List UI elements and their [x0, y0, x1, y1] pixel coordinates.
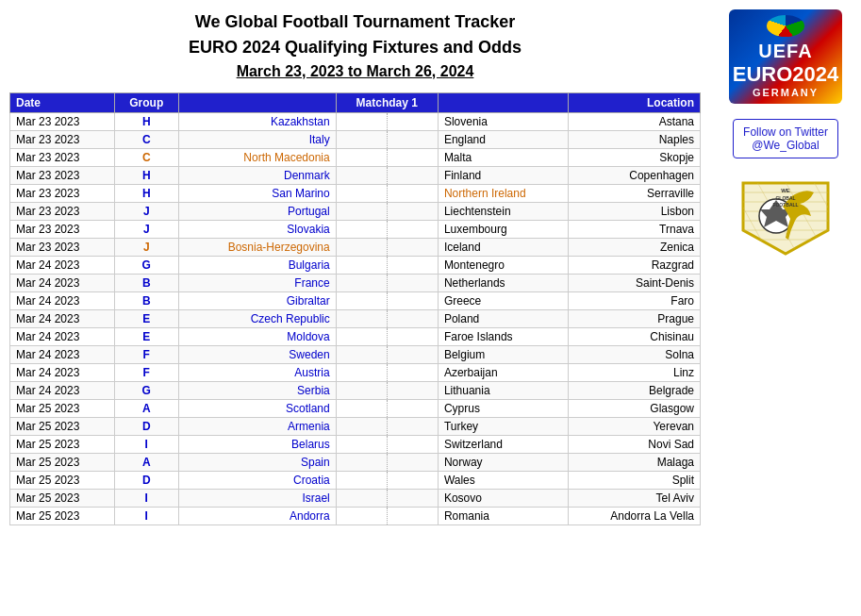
cell-date: Mar 25 2023 — [10, 490, 115, 508]
cell-score-right — [387, 292, 438, 310]
cell-away: Luxembourg — [438, 221, 568, 239]
cell-home: Gibraltar — [178, 292, 336, 310]
cell-away: Liechtenstein — [438, 203, 568, 221]
cell-group: C — [114, 131, 178, 149]
cell-date: Mar 24 2023 — [10, 328, 115, 346]
table-row: Mar 23 2023 H Kazakhstan Slovenia Astana — [10, 113, 701, 131]
twitter-handle: @We_Global — [752, 139, 819, 152]
cell-score-left — [336, 131, 387, 149]
cell-home: Denmark — [178, 167, 336, 185]
cell-group: C — [114, 149, 178, 167]
main-content: We Global Football Tournament Tracker EU… — [0, 0, 710, 616]
cell-away: England — [438, 131, 568, 149]
cell-home: Armenia — [178, 418, 336, 436]
cell-home: Portugal — [178, 203, 336, 221]
cell-home: Bosnia-Herzegovina — [178, 239, 336, 257]
cell-home: Moldova — [178, 328, 336, 346]
cell-score-right — [387, 436, 438, 454]
table-row: Mar 24 2023 F Austria Azerbaijan Linz — [10, 364, 701, 382]
cell-group: D — [114, 472, 178, 490]
cell-date: Mar 23 2023 — [10, 113, 115, 131]
twitter-box[interactable]: Follow on Twitter @We_Global — [733, 119, 838, 158]
cell-home: Croatia — [178, 472, 336, 490]
cell-away: Iceland — [438, 239, 568, 257]
cell-group: H — [114, 185, 178, 203]
cell-score-right — [387, 203, 438, 221]
twitter-link[interactable]: Follow on Twitter @We_Global — [743, 125, 828, 152]
cell-group: J — [114, 221, 178, 239]
cell-location: Serraville — [568, 185, 700, 203]
cell-date: Mar 23 2023 — [10, 239, 115, 257]
cell-away: Romania — [438, 508, 568, 525]
cell-away: Wales — [438, 472, 568, 490]
cell-date: Mar 23 2023 — [10, 167, 115, 185]
cell-date: Mar 25 2023 — [10, 472, 115, 490]
cell-group: G — [114, 382, 178, 400]
table-row: Mar 23 2023 C Italy England Naples — [10, 131, 701, 149]
cell-away: Cyprus — [438, 400, 568, 418]
cell-away: Turkey — [438, 418, 568, 436]
cell-score-right — [387, 418, 438, 436]
cell-location: Belgrade — [568, 382, 700, 400]
col-header-matchday-label: Matchday 1 — [336, 93, 438, 113]
cell-date: Mar 25 2023 — [10, 436, 115, 454]
cell-score-left — [336, 418, 387, 436]
col-header-matchday — [178, 93, 336, 113]
cell-location: Malaga — [568, 454, 700, 472]
cell-score-left — [336, 472, 387, 490]
cell-score-left — [336, 185, 387, 203]
cell-group: H — [114, 113, 178, 131]
cell-date: Mar 23 2023 — [10, 185, 115, 203]
cell-location: Copenhagen — [568, 167, 700, 185]
cell-score-left — [336, 454, 387, 472]
fixtures-table: Date Group Matchday 1 Location Mar 23 20… — [9, 92, 701, 525]
cell-score-left — [336, 257, 387, 275]
cell-group: A — [114, 400, 178, 418]
cell-group: J — [114, 203, 178, 221]
cell-home: Sweden — [178, 346, 336, 364]
cell-score-right — [387, 131, 438, 149]
cell-away: Lithuania — [438, 382, 568, 400]
cell-score-right — [387, 310, 438, 328]
cell-score-right — [387, 239, 438, 257]
table-row: Mar 25 2023 D Croatia Wales Split — [10, 472, 701, 490]
euro-country: GERMANY — [753, 87, 819, 98]
table-row: Mar 25 2023 D Armenia Turkey Yerevan — [10, 418, 701, 436]
cell-away: Belgium — [438, 346, 568, 364]
cell-location: Solna — [568, 346, 700, 364]
cell-away: Malta — [438, 149, 568, 167]
euro-logo: UEFA EURO2024 GERMANY — [729, 9, 842, 104]
cell-score-right — [387, 185, 438, 203]
cell-group: I — [114, 490, 178, 508]
cell-location: Faro — [568, 292, 700, 310]
cell-score-left — [336, 346, 387, 364]
cell-away: Kosovo — [438, 490, 568, 508]
cell-score-right — [387, 113, 438, 131]
cell-group: B — [114, 275, 178, 292]
cell-home: San Marino — [178, 185, 336, 203]
table-row: Mar 24 2023 F Sweden Belgium Solna — [10, 346, 701, 364]
header-line1: We Global Football Tournament Tracker — [195, 12, 515, 31]
table-row: Mar 23 2023 J Slovakia Luxembourg Trnava — [10, 221, 701, 239]
cell-score-right — [387, 400, 438, 418]
cell-date: Mar 25 2023 — [10, 454, 115, 472]
cell-home: Scotland — [178, 400, 336, 418]
cell-score-left — [336, 275, 387, 292]
cell-date: Mar 24 2023 — [10, 275, 115, 292]
cell-group: F — [114, 346, 178, 364]
cell-score-left — [336, 239, 387, 257]
euro-title: UEFA — [758, 41, 812, 62]
cell-home: Belarus — [178, 436, 336, 454]
cell-home: Kazakhstan — [178, 113, 336, 131]
svg-text:GLOBAL: GLOBAL — [775, 195, 795, 201]
cell-location: Tel Aviv — [568, 490, 700, 508]
table-row: Mar 24 2023 E Moldova Faroe Islands Chis… — [10, 328, 701, 346]
cell-group: H — [114, 167, 178, 185]
cell-score-left — [336, 167, 387, 185]
cell-group: D — [114, 418, 178, 436]
cell-location: Naples — [568, 131, 700, 149]
cell-location: Linz — [568, 364, 700, 382]
cell-score-left — [336, 203, 387, 221]
cell-score-left — [336, 490, 387, 508]
cell-away: Norway — [438, 454, 568, 472]
